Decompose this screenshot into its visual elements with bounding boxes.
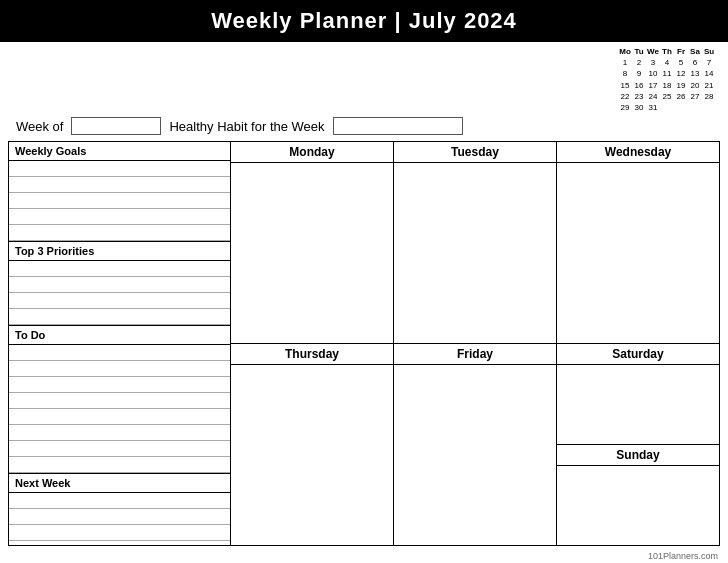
page-title: Weekly Planner | July 2024 [211, 8, 517, 33]
left-panel: Weekly Goals Top 3 Priorities To Do Next… [9, 142, 231, 545]
sat-sun-cell: Saturday Sunday [557, 344, 719, 545]
mini-calendar: MoTuWeThFrSaSu 1234567891011121314151617… [618, 46, 716, 113]
footer: 101Planners.com [0, 550, 728, 563]
nextweek-lines [9, 493, 230, 546]
weekly-goals-section: Weekly Goals [9, 142, 230, 241]
friday-cell: Friday [394, 344, 557, 545]
monday-header: Monday [231, 142, 393, 163]
monday-content[interactable] [231, 163, 393, 343]
page-header: Weekly Planner | July 2024 [0, 0, 728, 42]
days-top-row: Monday Tuesday Wednesday [231, 142, 719, 344]
line-row[interactable] [9, 425, 230, 441]
line-row[interactable] [9, 493, 230, 509]
line-row[interactable] [9, 309, 230, 325]
top3-lines [9, 261, 230, 325]
thursday-content[interactable] [231, 365, 393, 545]
monday-cell: Monday [231, 142, 394, 343]
sunday-cell: Sunday [557, 445, 719, 545]
tuesday-cell: Tuesday [394, 142, 557, 343]
line-row[interactable] [9, 409, 230, 425]
line-row[interactable] [9, 377, 230, 393]
todo-section: To Do [9, 325, 230, 473]
line-row[interactable] [9, 293, 230, 309]
tuesday-content[interactable] [394, 163, 556, 343]
right-panel: Monday Tuesday Wednesday Thursday [231, 142, 719, 545]
line-row[interactable] [9, 509, 230, 525]
sunday-header: Sunday [557, 445, 719, 466]
week-of-input[interactable] [71, 117, 161, 135]
wednesday-header: Wednesday [557, 142, 719, 163]
line-row[interactable] [9, 209, 230, 225]
todo-label: To Do [9, 326, 230, 345]
line-row[interactable] [9, 225, 230, 241]
line-row[interactable] [9, 441, 230, 457]
thursday-header: Thursday [231, 344, 393, 365]
line-row[interactable] [9, 525, 230, 541]
habit-label: Healthy Habit for the Week [169, 119, 324, 134]
wednesday-content[interactable] [557, 163, 719, 343]
line-row[interactable] [9, 261, 230, 277]
nextweek-section: Next Week [9, 473, 230, 546]
saturday-cell: Saturday [557, 344, 719, 445]
top-section: MoTuWeThFrSaSu 1234567891011121314151617… [0, 42, 728, 141]
weekly-planner-page: Weekly Planner | July 2024 MoTuWeThFrSaS… [0, 0, 728, 563]
tuesday-header: Tuesday [394, 142, 556, 163]
line-row[interactable] [9, 361, 230, 377]
wednesday-cell: Wednesday [557, 142, 719, 343]
line-row[interactable] [9, 457, 230, 473]
friday-content[interactable] [394, 365, 556, 545]
friday-header: Friday [394, 344, 556, 365]
thursday-cell: Thursday [231, 344, 394, 545]
days-bottom-row: Thursday Friday Saturday Sunday [231, 344, 719, 545]
week-row: Week of Healthy Habit for the Week [8, 115, 720, 139]
line-row[interactable] [9, 393, 230, 409]
saturday-header: Saturday [557, 344, 719, 365]
main-grid: Weekly Goals Top 3 Priorities To Do Next… [8, 141, 720, 546]
todo-lines [9, 345, 230, 473]
goals-lines [9, 161, 230, 241]
line-row[interactable] [9, 345, 230, 361]
line-row[interactable] [9, 277, 230, 293]
habit-input[interactable] [333, 117, 463, 135]
weekly-goals-label: Weekly Goals [9, 142, 230, 161]
nextweek-label: Next Week [9, 474, 230, 493]
week-of-label: Week of [16, 119, 63, 134]
top3-label: Top 3 Priorities [9, 242, 230, 261]
line-row[interactable] [9, 193, 230, 209]
line-row[interactable] [9, 177, 230, 193]
top3-section: Top 3 Priorities [9, 241, 230, 325]
line-row[interactable] [9, 541, 230, 546]
footer-text: 101Planners.com [648, 551, 718, 561]
line-row[interactable] [9, 161, 230, 177]
